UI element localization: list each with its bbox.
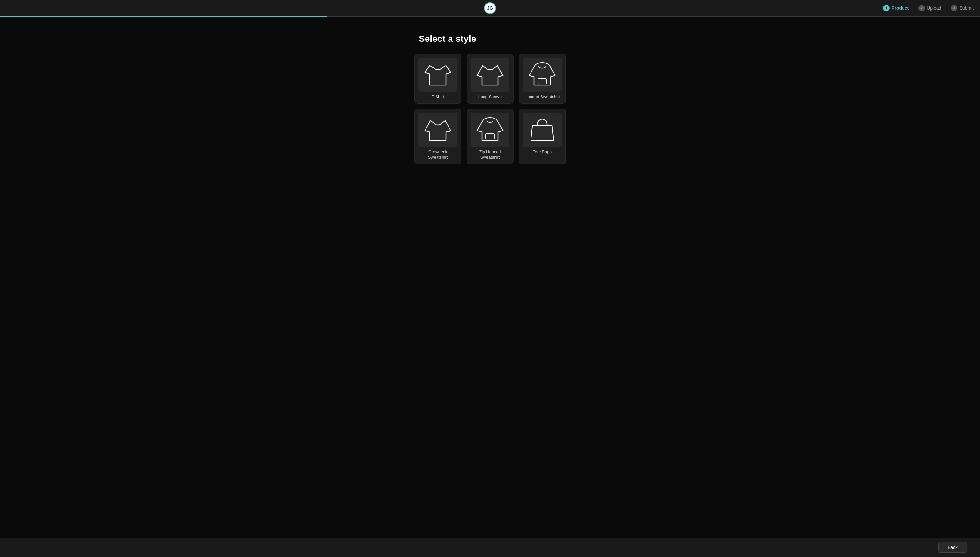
step-2-number: 2 [918,5,925,11]
step-submit[interactable]: 3 Submit [951,5,973,11]
totebag-icon-box [523,113,562,147]
style-card-tshirt[interactable]: T-Shirt [415,54,462,104]
page-title: Select a style [419,34,476,44]
logo-icon: JG [484,2,496,14]
hoodie-label: Hooded Sweatshirt [524,94,560,100]
step-2-label: Upload [927,5,941,11]
step-1-number: 1 [883,5,890,11]
style-grid: T-Shirt Long Sleeve [415,54,566,164]
step-3-number: 3 [951,5,957,11]
step-3-label: Submit [959,5,973,11]
ziphood-icon [475,116,505,143]
main-content: Select a style T-Shirt Long Sleeve [0,18,980,537]
tshirt-icon [423,61,452,88]
style-card-totebag[interactable]: Tote Bags [519,109,566,164]
style-card-longsleeve[interactable]: Long Sleeve [467,54,514,104]
hoodie-icon [528,61,557,88]
logo: JG [484,2,496,14]
tshirt-icon-box [418,58,457,92]
totebag-icon [528,116,557,143]
nav-steps: 1 Product 2 Upload 3 Submit [883,5,973,11]
back-button[interactable]: Back [938,542,967,553]
step-product[interactable]: 1 Product [883,5,909,11]
step-1-label: Product [892,5,909,11]
hoodie-icon-box [523,58,562,92]
longsleeve-icon [475,61,505,88]
longsleeve-icon-box [470,58,510,92]
app-footer: Back [0,537,980,557]
svg-rect-0 [538,79,546,84]
app-header: JG 1 Product 2 Upload 3 Submit [0,0,980,16]
longsleeve-label: Long Sleeve [479,94,501,100]
style-card-hoodie[interactable]: Hooded Sweatshirt [519,54,566,104]
tshirt-label: T-Shirt [432,94,444,100]
ziphood-label: Zip Hooded Sweatshirt [470,149,510,160]
crewneck-icon [423,116,452,143]
totebag-label: Tote Bags [533,149,552,155]
style-card-crewneck[interactable]: Crewneck Sweatshirt [415,109,462,164]
step-upload[interactable]: 2 Upload [918,5,941,11]
crewneck-label: Crewneck Sweatshirt [418,149,457,160]
crewneck-icon-box [418,113,457,147]
ziphood-icon-box [470,113,510,147]
style-card-ziphood[interactable]: Zip Hooded Sweatshirt [467,109,514,164]
